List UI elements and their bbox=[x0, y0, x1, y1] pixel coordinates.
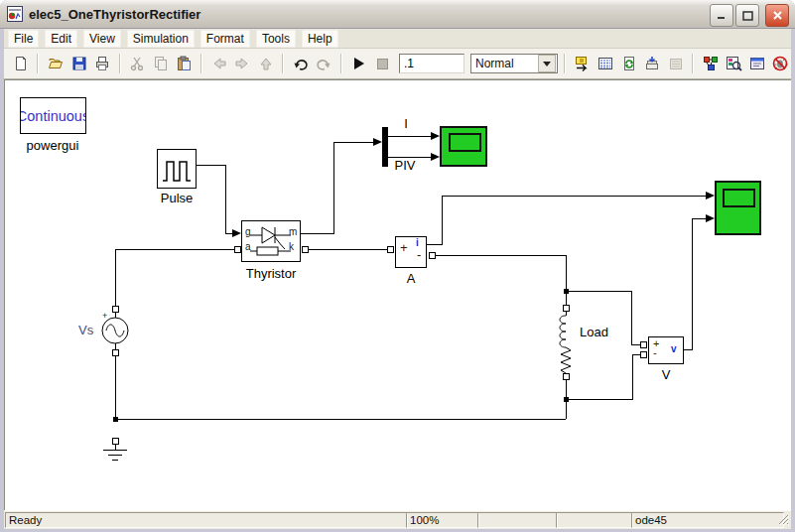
redo-icon bbox=[316, 56, 331, 71]
toolbar: Normal bbox=[4, 49, 791, 79]
ammeter-plus-sign: + bbox=[400, 243, 408, 253]
menu-edit[interactable]: Edit bbox=[45, 30, 77, 48]
sim-mode-dropdown[interactable]: Normal bbox=[470, 54, 558, 73]
powergui-block[interactable]: Continuous bbox=[20, 97, 86, 134]
back-button[interactable] bbox=[208, 53, 229, 74]
redo-button[interactable] bbox=[314, 53, 334, 74]
signal-label-current: I bbox=[398, 116, 414, 131]
simulink-model-icon bbox=[7, 6, 23, 22]
arrow-up-icon bbox=[258, 56, 274, 71]
status-panel-2 bbox=[477, 512, 558, 528]
model-explorer-button[interactable] bbox=[724, 53, 744, 74]
refresh-page-icon bbox=[621, 56, 637, 71]
model-explorer-icon bbox=[726, 56, 742, 71]
chevron-down-icon bbox=[543, 62, 551, 66]
window-title: elec5_OneThyristorRectifier bbox=[23, 7, 200, 22]
toolbar-separator bbox=[340, 54, 342, 73]
arrow-right-icon bbox=[234, 56, 250, 71]
stop-icon bbox=[377, 59, 388, 69]
close-button[interactable] bbox=[765, 4, 789, 27]
toolbar-separator bbox=[564, 54, 566, 73]
clipboard-paste-icon bbox=[176, 56, 192, 71]
scope1-block[interactable] bbox=[440, 126, 487, 167]
ammeter-label: A bbox=[395, 271, 427, 286]
library-browser-button[interactable] bbox=[572, 53, 593, 74]
voltmeter-minus-sign: - bbox=[653, 347, 657, 357]
simulink-blocks-icon bbox=[703, 56, 719, 71]
model-properties-button[interactable] bbox=[746, 53, 767, 74]
pulse-generator-block[interactable] bbox=[157, 149, 197, 189]
minimize-icon bbox=[717, 11, 727, 20]
close-icon bbox=[772, 10, 783, 21]
scope2-block[interactable] bbox=[715, 181, 761, 235]
no-debug-icon bbox=[772, 56, 788, 71]
play-icon bbox=[354, 58, 364, 69]
cut-button[interactable] bbox=[127, 53, 148, 74]
dropdown-button[interactable] bbox=[538, 55, 556, 72]
sim-mode-value: Normal bbox=[475, 57, 514, 70]
ammeter-minus-sign: - bbox=[417, 250, 421, 260]
minimize-button[interactable] bbox=[710, 4, 733, 27]
menu-format[interactable]: Format bbox=[200, 30, 250, 48]
scope2-screen bbox=[723, 189, 755, 207]
status-message: Ready bbox=[5, 512, 408, 528]
maximize-button[interactable] bbox=[735, 4, 759, 27]
solver-name: ode45 bbox=[631, 512, 784, 528]
code-gen-button[interactable] bbox=[665, 53, 686, 74]
menu-tools[interactable]: Tools bbox=[256, 30, 296, 48]
zoom-level: 100% bbox=[406, 512, 479, 528]
stop-simulation-button[interactable] bbox=[372, 53, 393, 74]
debug-disabled-button[interactable] bbox=[770, 53, 791, 74]
title-bar[interactable]: elec5_OneThyristorRectifier bbox=[0, 0, 795, 29]
voltmeter-out-letter: v bbox=[671, 344, 677, 354]
demux-block[interactable] bbox=[382, 127, 388, 167]
resize-grip[interactable] bbox=[777, 513, 790, 526]
start-simulation-button[interactable] bbox=[348, 53, 369, 74]
menu-bar: File Edit View Simulation Format Tools H… bbox=[4, 29, 791, 49]
undo-icon bbox=[293, 56, 309, 71]
paste-button[interactable] bbox=[174, 53, 195, 74]
build-stack-icon bbox=[644, 56, 660, 71]
new-document-icon bbox=[13, 56, 29, 71]
simulink-model-window: elec5_OneThyristorRectifier File Edit Vi… bbox=[0, 0, 795, 532]
library-browser-icon bbox=[574, 56, 591, 71]
voltmeter-label: V bbox=[648, 367, 684, 382]
thyristor-port-g: g bbox=[245, 227, 251, 237]
scope1-screen bbox=[449, 133, 481, 152]
toolbar-separator bbox=[200, 54, 202, 73]
dialog-window-icon bbox=[749, 56, 765, 71]
save-floppy-icon bbox=[71, 56, 87, 71]
printer-icon bbox=[94, 56, 110, 71]
source-label: Vs bbox=[78, 323, 93, 337]
thyristor-port-m: m bbox=[289, 227, 297, 237]
thyristor-label: Thyristor bbox=[236, 266, 306, 281]
undo-button[interactable] bbox=[290, 53, 311, 74]
new-model-button[interactable] bbox=[10, 53, 31, 74]
powergui-display-text: Continuous bbox=[21, 98, 85, 133]
menu-help[interactable]: Help bbox=[302, 30, 338, 48]
status-bar: Ready 100% ode45 bbox=[4, 510, 791, 529]
powergui-label: powergui bbox=[13, 138, 92, 153]
open-folder-icon bbox=[48, 56, 64, 71]
pulse-label: Pulse bbox=[157, 191, 197, 205]
update-diagram-button[interactable] bbox=[618, 53, 639, 74]
build-all-button[interactable] bbox=[641, 53, 662, 74]
copy-pages-icon bbox=[153, 56, 169, 71]
forward-button[interactable] bbox=[231, 53, 252, 74]
model-canvas[interactable] bbox=[4, 79, 791, 510]
menu-view[interactable]: View bbox=[83, 30, 121, 48]
toolbar-separator bbox=[282, 54, 284, 73]
go-up-button[interactable] bbox=[255, 53, 276, 74]
simulink-library-button[interactable] bbox=[700, 53, 721, 74]
disabled-report-icon bbox=[668, 56, 684, 71]
save-model-button[interactable] bbox=[68, 53, 89, 74]
toolbar-separator bbox=[37, 54, 39, 73]
sim-time-input[interactable] bbox=[399, 54, 464, 73]
print-button[interactable] bbox=[91, 53, 112, 74]
copy-button[interactable] bbox=[150, 53, 171, 74]
open-model-button[interactable] bbox=[45, 53, 66, 74]
source-plus-sign: + bbox=[102, 311, 107, 321]
menu-file[interactable]: File bbox=[8, 30, 39, 48]
menu-simulation[interactable]: Simulation bbox=[127, 30, 195, 48]
model-browser-button[interactable] bbox=[596, 53, 616, 74]
